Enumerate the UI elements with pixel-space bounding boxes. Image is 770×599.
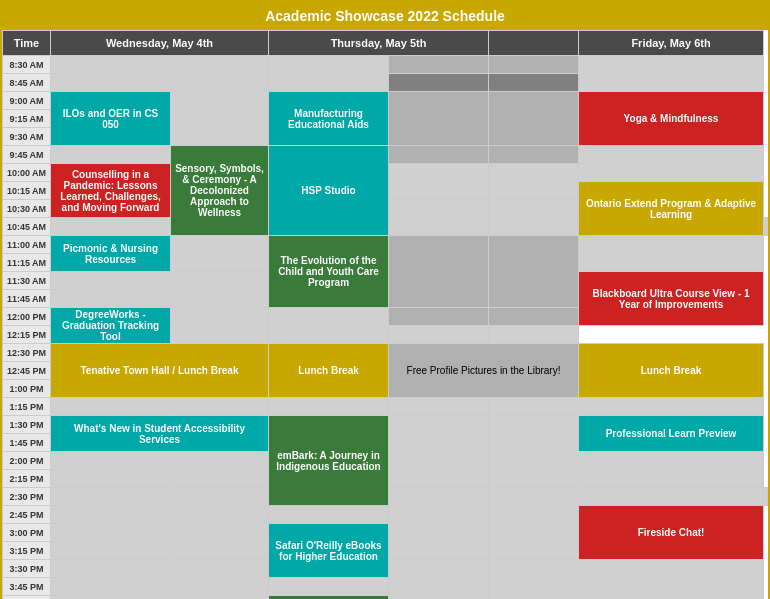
empty-cell — [389, 560, 489, 578]
time-cell: 1:45 PM — [3, 434, 51, 452]
empty-cell — [579, 596, 764, 600]
time-cell: 11:00 AM — [3, 236, 51, 254]
empty-cell — [579, 56, 764, 74]
safari-event: Safari O'Reilly eBooks for Higher Educat… — [269, 524, 389, 578]
empty-cell — [489, 164, 579, 182]
table-row: 9:45 AM Sensory, Symbols, & Ceremony - A… — [3, 146, 768, 164]
time-cell: 3:00 PM — [3, 524, 51, 542]
table-row: 4:00 PM Neghaneewin Outdoor Classroom / … — [3, 596, 768, 600]
empty-cell — [389, 164, 489, 182]
empty-cell — [269, 56, 389, 74]
table-row: 8:45 AM — [3, 74, 768, 92]
time-cell: 1:30 PM — [3, 416, 51, 434]
empty-cell — [389, 398, 489, 416]
empty-cell — [389, 470, 489, 488]
empty-cell — [489, 542, 579, 560]
empty-cell — [171, 578, 269, 596]
time-cell: 2:00 PM — [3, 452, 51, 470]
gray-cell — [489, 146, 579, 164]
empty-cell — [579, 164, 764, 182]
empty-cell — [51, 470, 171, 488]
empty-cell — [489, 416, 579, 434]
gray-cell — [489, 308, 579, 326]
empty-cell — [579, 452, 764, 470]
empty-cell — [51, 578, 171, 596]
empty-cell — [171, 506, 269, 524]
time-cell: 11:30 AM — [3, 272, 51, 290]
empty-cell — [51, 398, 171, 416]
evolution-event: The Evolution of the Child and Youth Car… — [269, 236, 389, 308]
empty-cell — [171, 56, 269, 74]
empty-cell — [269, 506, 389, 524]
empty-cell — [171, 524, 269, 542]
empty-cell — [389, 578, 489, 596]
time-cell: 9:00 AM — [3, 92, 51, 110]
empty-cell — [579, 236, 764, 254]
empty-cell — [579, 74, 764, 92]
empty-cell — [171, 236, 269, 254]
title-bar: Academic Showcase 2022 Schedule — [2, 2, 768, 30]
empty-cell — [389, 434, 489, 452]
time-cell: 3:30 PM — [3, 560, 51, 578]
gray-cell — [489, 92, 579, 146]
empty-cell — [489, 200, 579, 218]
empty-cell — [489, 452, 579, 470]
time-cell: 12:30 PM — [3, 344, 51, 362]
empty-cell — [489, 596, 579, 600]
empty-cell — [489, 560, 579, 578]
time-cell: 9:45 AM — [3, 146, 51, 164]
table-row: 2:45 PM Fireside Chat! — [3, 506, 768, 524]
empty-cell — [489, 398, 579, 416]
empty-cell — [389, 200, 489, 218]
time-cell: 10:30 AM — [3, 200, 51, 218]
table-row: 3:45 PM — [3, 578, 768, 596]
empty-cell — [51, 272, 171, 290]
embark-event: emBark: A Journey in Indigenous Educatio… — [269, 416, 389, 506]
empty-cell — [171, 92, 269, 146]
empty-cell — [171, 452, 269, 470]
time-cell: 9:30 AM — [3, 128, 51, 146]
time-cell: 8:30 AM — [3, 56, 51, 74]
ilos-event: ILOs and OER in CS 050 — [51, 92, 171, 146]
empty-cell — [51, 524, 171, 542]
dark-gray-cell — [389, 74, 489, 92]
gray-cell — [389, 236, 489, 308]
table-row: 1:30 PM What's New in Student Accessibil… — [3, 416, 768, 434]
time-cell: 2:15 PM — [3, 470, 51, 488]
dark-gray-cell — [489, 74, 579, 92]
table-row: 12:30 PM Tenative Town Hall / Lunch Brea… — [3, 344, 768, 362]
time-cell: 10:15 AM — [3, 182, 51, 200]
gray-cell — [389, 146, 489, 164]
empty-cell — [389, 218, 489, 236]
empty-cell — [389, 326, 489, 344]
schedule-table: Time Wednesday, May 4th Thursday, May 5t… — [2, 30, 768, 599]
time-cell: 10:45 AM — [3, 218, 51, 236]
empty-cell — [489, 488, 579, 506]
empty-cell — [51, 56, 171, 74]
empty-cell — [51, 542, 171, 560]
empty-cell — [389, 542, 489, 560]
empty-cell — [489, 182, 579, 200]
header-row: Time Wednesday, May 4th Thursday, May 5t… — [3, 31, 768, 56]
empty-cell — [51, 290, 171, 308]
header-time: Time — [3, 31, 51, 56]
townhall-event: Tenative Town Hall / Lunch Break — [51, 344, 269, 398]
empty-cell — [389, 416, 489, 434]
table-row: 1:15 PM — [3, 398, 768, 416]
empty-cell — [389, 596, 489, 600]
time-cell: 1:15 PM — [3, 398, 51, 416]
lunch-thu-event: Lunch Break — [269, 344, 389, 398]
time-cell: 9:15 AM — [3, 110, 51, 128]
time-cell: 2:30 PM — [3, 488, 51, 506]
time-cell: 12:15 PM — [3, 326, 51, 344]
empty-cell — [51, 506, 171, 524]
empty-cell — [171, 308, 269, 326]
empty-cell — [389, 182, 489, 200]
empty-cell — [489, 578, 579, 596]
empty-cell — [171, 560, 269, 578]
gray-cell — [389, 56, 489, 74]
empty-cell — [764, 218, 768, 236]
empty-cell — [51, 218, 171, 236]
hsp-event: HSP Studio — [269, 146, 389, 236]
time-cell: 10:00 AM — [3, 164, 51, 182]
